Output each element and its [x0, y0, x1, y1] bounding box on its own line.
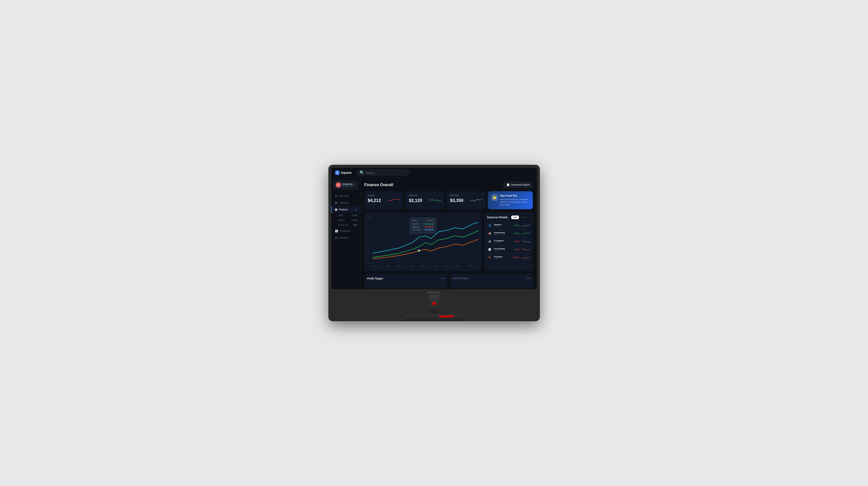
sidebar-item-directory[interactable]: ▤ Directory [331, 234, 360, 241]
expense-details-title: Expense Details [487, 216, 508, 219]
y-label-10k: 10K [367, 216, 370, 218]
last-activity-menu[interactable]: ••• [527, 277, 530, 280]
company-chevron: › [356, 230, 357, 232]
profit-target-menu[interactable]: ••• [441, 277, 444, 280]
tooltip-income-value: ↑ $4,212.00 [424, 223, 434, 225]
x-may: MAY [421, 265, 425, 267]
chart-container: 10K 7K 5K 3K 2K 1K [367, 216, 478, 264]
accounting-change: -1,5% [514, 248, 520, 251]
income-label: Income [368, 194, 400, 197]
logo-icon: S [335, 170, 340, 175]
day-month-toggle[interactable]: DAY MONTH [511, 216, 530, 219]
sidebar-label-finance: Finance [339, 208, 348, 211]
y-label-1k: 1K [367, 262, 370, 264]
claim-label: Claim [338, 214, 344, 217]
advertising-name: Advertising [494, 232, 512, 234]
online-tax-label: Online Tax [338, 224, 348, 226]
submenu-payroll[interactable]: Payroll 1,764 [338, 218, 360, 223]
expense-chart [429, 197, 441, 204]
advertising-sub: ADV 02 [494, 234, 512, 235]
svg-point-7 [418, 250, 420, 252]
logo-text: Square [341, 171, 352, 174]
monitor-brand: ThinkVision [331, 289, 537, 294]
expense-it-support: ⚙️ IT Support ITS 02 -5,0% [487, 238, 530, 246]
finance-icon: ▣ [335, 208, 337, 211]
claim-count: 2,123 [352, 214, 357, 217]
tips-card[interactable]: ⭐ Tips from Pro How much money you make … [488, 191, 533, 209]
it-support-info: IT Support ITS 02 [494, 239, 513, 244]
toggle-day[interactable]: DAY [511, 216, 519, 219]
y-label-3k: 3K [367, 244, 370, 245]
download-label: Download Report [511, 184, 530, 186]
furniture-icon: 🪑 [487, 255, 492, 260]
expense-accounting: 📊 Accounting SAL 02 -1,5% [487, 246, 530, 254]
logo-area: S Square [335, 170, 352, 175]
stat-expense: Expense $2,120 [405, 191, 444, 209]
advertising-icon: 📢 [487, 231, 492, 236]
chart-panel: 10K 7K 5K 3K 2K 1K [364, 213, 482, 271]
download-report-button[interactable]: 📄 Download Report [503, 182, 533, 188]
user-role: HR Admin Square [342, 185, 356, 187]
calendar-icon: ▦ [335, 201, 337, 204]
submenu-online-tax[interactable]: Online Tax 986 [338, 223, 360, 227]
salaries-icon: 👤 [487, 223, 492, 228]
search-bar[interactable]: 🔍 [356, 169, 410, 176]
directory-icon: ▤ [335, 236, 337, 239]
search-input[interactable] [366, 171, 407, 174]
search-icon: 🔍 [360, 170, 364, 175]
payroll-label: Payroll [338, 219, 345, 221]
monitor-stand-neck [429, 294, 439, 314]
it-support-change: -5,0% [514, 240, 520, 242]
sidebar-item-overview[interactable]: ⊞ Overview [331, 192, 360, 199]
advertising-change: +9,0% [514, 232, 520, 234]
salaries-info: Salaries SAL 02 [494, 224, 512, 227]
profit-target-label: Profit Target [367, 277, 383, 280]
tips-desc: How much money you make and where it is … [500, 198, 530, 206]
salaries-sub: SAL 02 [494, 226, 512, 227]
it-support-sub: ITS 02 [494, 242, 513, 244]
tooltip-expense-value: ↓ $2,120.00 [424, 226, 434, 228]
payroll-count: 1,764 [352, 219, 357, 221]
user-name: Ahmad Nur Fawaid [342, 183, 356, 185]
overview-icon: ⊞ [335, 194, 337, 198]
furniture-change: +12,5% [513, 256, 519, 259]
x-jun: JUN [433, 265, 437, 267]
stat-income: Income $4,212 [364, 191, 403, 209]
furniture-sub: FUR 02 [494, 258, 511, 260]
accounting-name: Accounting [494, 248, 513, 250]
expense-advertising: 📢 Advertising ADV 02 +9,0% [487, 230, 530, 238]
advertising-sparkline [521, 231, 530, 236]
stats-row: Income $4,212 Expense $2,120 [364, 191, 533, 209]
last-activity-text: Last Activity [453, 277, 467, 280]
sidebar-item-calendar[interactable]: ▦ Calendar [331, 199, 360, 206]
monitor-stand-base [405, 314, 463, 321]
tooltip-income-row: Income ↑ $4,212.00 [412, 223, 434, 225]
tooltip-profit-row: Net Profit ↑ $3,350.00 [412, 229, 434, 231]
it-support-name: IT Support [494, 239, 513, 242]
submenu-claim[interactable]: Claim 2,123 [338, 213, 360, 218]
avatar: A [336, 182, 341, 188]
sidebar-label-calendar: Calendar [339, 201, 349, 204]
last-activity-panel: Last Activity ▾ ••• [450, 274, 533, 288]
tips-inner: ⭐ Tips from Pro How much money you make … [491, 194, 530, 206]
last-activity-label: Last Activity ▾ [453, 277, 470, 280]
profit-target-panel: Profit Target ••• [364, 274, 447, 288]
y-label-7k: 7K [367, 225, 370, 227]
x-jul: JUL [445, 265, 448, 267]
user-card: A Ahmad Nur Fawaid HR Admin Square [333, 180, 358, 190]
download-icon: 📄 [506, 184, 509, 186]
tips-title: Tips from Pro [500, 194, 530, 197]
accounting-info: Accounting SAL 02 [494, 248, 513, 252]
sidebar-label-overview: Overview [339, 195, 349, 197]
x-feb: FEB [385, 265, 389, 267]
tips-text: Tips from Pro How much money you make an… [500, 194, 530, 206]
y-label-2k: 2K [367, 253, 370, 254]
sidebar-item-company[interactable]: 🏢 Company › [331, 227, 360, 234]
toggle-month[interactable]: MONTH [519, 216, 530, 219]
furniture-sparkline [521, 255, 530, 260]
accounting-icon: 📊 [487, 247, 492, 252]
y-label-5k: 5K [367, 234, 370, 236]
salaries-sparkline [521, 223, 530, 228]
last-activity-chevron: ▾ [468, 277, 470, 280]
sidebar-item-finance[interactable]: ▣ Finance ▲ [331, 206, 360, 213]
